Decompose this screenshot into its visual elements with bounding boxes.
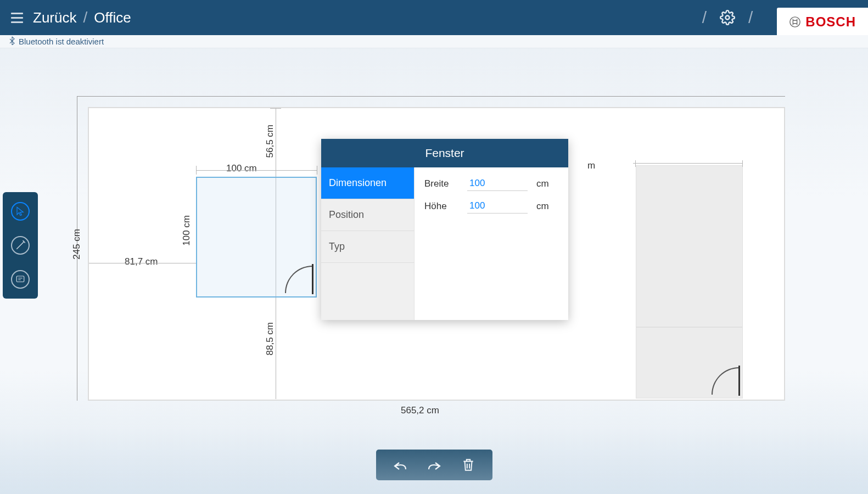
selected-window[interactable] (196, 177, 317, 297)
door-leaf-icon (312, 264, 313, 294)
delete-button[interactable] (460, 457, 477, 473)
breadcrumb: Zurück / Office (33, 9, 131, 26)
app-header: Zurück / Office / / BOSCH (0, 0, 868, 35)
shape-height-label: 100 cm (181, 215, 192, 246)
svg-point-0 (725, 16, 729, 20)
tool-panel (3, 192, 38, 299)
right-unit-label: m (587, 160, 595, 171)
door-arc-icon (285, 266, 312, 293)
room-height-label: 245 cm (71, 229, 82, 260)
fixture-block (636, 327, 743, 398)
tab-type[interactable]: Typ (321, 231, 414, 263)
bosch-logo-icon (789, 16, 801, 28)
bluetooth-status: Bluetooth ist deaktiviert (19, 37, 104, 46)
top-gap-label: 56,5 cm (265, 125, 276, 158)
popup-content: Breite cm Höhe cm (415, 167, 568, 320)
popup-title: Fenster (321, 139, 568, 167)
door-arc-icon (712, 367, 739, 395)
page-title: Office (94, 9, 131, 26)
breadcrumb-separator: / (83, 9, 87, 26)
menu-icon[interactable] (11, 13, 23, 23)
brand-name: BOSCH (805, 14, 856, 30)
height-input[interactable] (467, 199, 528, 214)
width-label: Breite (424, 178, 463, 189)
height-unit: cm (536, 201, 549, 212)
undo-button[interactable] (391, 457, 409, 473)
svg-point-1 (790, 17, 800, 27)
room-width-label: 565,2 cm (401, 405, 439, 416)
shape-width-label: 100 cm (226, 163, 257, 174)
height-label: Höhe (424, 201, 463, 212)
settings-icon[interactable] (720, 10, 735, 25)
brand-badge: BOSCH (777, 8, 868, 35)
back-button[interactable]: Zurück (33, 9, 76, 26)
properties-popup: Fenster Dimensionen Position Typ Breite … (321, 139, 568, 320)
divider-slash: / (748, 8, 753, 27)
divider-slash: / (702, 8, 707, 27)
door-leaf-icon (738, 366, 740, 396)
popup-tabs: Dimensionen Position Typ (321, 167, 415, 320)
tab-position[interactable]: Position (321, 199, 414, 231)
left-gap-label: 81,7 cm (125, 256, 158, 267)
width-input[interactable] (467, 176, 528, 191)
redo-button[interactable] (425, 457, 443, 473)
bottom-toolbar (376, 450, 492, 480)
bluetooth-icon (9, 36, 15, 47)
bottom-gap-label: 88,5 cm (265, 322, 276, 355)
width-unit: cm (536, 178, 549, 189)
tab-dimensions[interactable]: Dimensionen (321, 167, 414, 199)
note-tool-button[interactable] (11, 270, 30, 289)
fixture-block (636, 165, 743, 327)
draw-tool-button[interactable] (11, 236, 30, 255)
status-bar: Bluetooth ist deaktiviert (0, 35, 868, 48)
svg-rect-2 (16, 276, 24, 282)
select-tool-button[interactable] (11, 202, 30, 221)
